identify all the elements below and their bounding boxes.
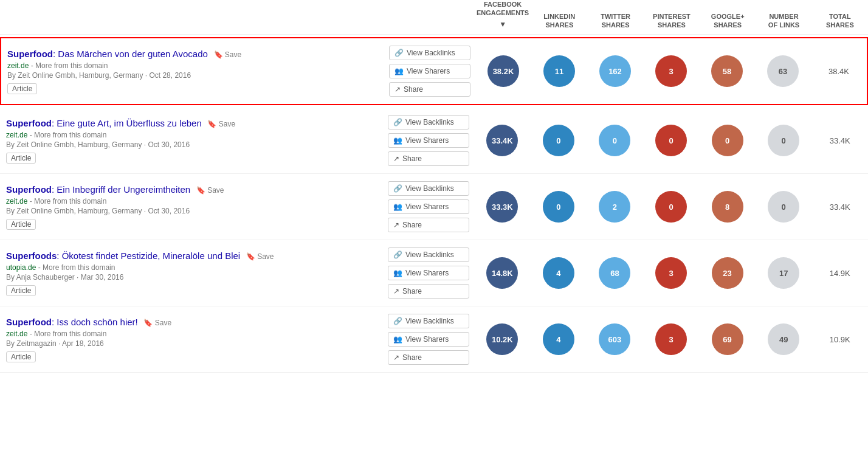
save-link-4[interactable]: 🔖 Save [246,252,274,261]
stat-col-total-3: 33.4K [811,202,868,212]
view-sharers-label: View Sharers [407,67,450,75]
share-icon-4: ↗ [393,287,399,295]
meta-line-1: By Zeit Online Gmbh, Hamburg, Germany · … [7,71,378,80]
article-badge-4: Article [6,285,36,296]
domain-line-3: zeit.de - More from this domain [6,197,377,206]
share-icon-3: ↗ [393,221,399,229]
domain-link-2[interactable]: zeit.de [6,131,27,139]
save-link-1[interactable]: 🔖 Save [214,50,242,59]
meta-line-5: By Zeitmagazin · Apr 18, 2016 [6,339,377,348]
sharers-icon-3: 👥 [393,202,402,211]
circle-linkedin-1: 11 [543,55,575,87]
result-bold-4: Superfoods [6,251,57,261]
view-backlinks-btn-2[interactable]: 🔗 View Backlinks [388,115,469,130]
domain-link-1[interactable]: zeit.de [7,61,29,70]
view-backlinks-label: View Backlinks [405,184,454,193]
domain-line-1: zeit.de - More from this domain [7,61,378,70]
share-icon-5: ↗ [393,353,399,362]
sharers-icon-5: 👥 [393,335,402,344]
circle-numlinks-3: 0 [768,191,799,223]
stat-col-pinterest-2: 0 [643,125,700,156]
result-link-2[interactable]: Superfood: Eine gute Art, im Überfluss z… [6,119,204,128]
domain-link-4[interactable]: utopia.de [6,263,36,272]
domain-sep-1: - [31,61,35,70]
article-badge-2: Article [6,153,36,164]
share-btn-1[interactable]: ↗ Share [389,82,470,97]
header-col-twitter: TWITTERSHARES [587,12,643,30]
view-backlinks-label: View Backlinks [407,49,455,57]
share-label: Share [402,353,422,362]
stat-col-numlinks-2: 0 [756,125,812,156]
circle-facebook-4: 14.8K [486,257,518,289]
share-btn-2[interactable]: ↗ Share [388,151,469,166]
article-badge-5: Article [6,351,36,362]
result-row-2: Superfood: Eine gute Art, im Überfluss z… [0,108,868,174]
view-backlinks-btn-3[interactable]: 🔗 View Backlinks [388,181,469,196]
domain-sep-2: - [30,131,34,139]
result-link-4[interactable]: Superfoods: Ökotest findet Pestizide, Mi… [6,252,243,261]
save-link-2[interactable]: 🔖 Save [207,120,235,128]
result-actions-5: 🔗 View Backlinks 👥 View Sharers ↗ Share [383,314,474,365]
share-btn-3[interactable]: ↗ Share [388,218,469,232]
results-container: Superfood: Das Märchen von der guten Avo… [0,37,868,373]
view-sharers-btn-3[interactable]: 👥 View Sharers [388,199,469,214]
sort-chevron[interactable]: ▼ [477,20,529,30]
save-link-3[interactable]: 🔖 Save [196,186,224,195]
circle-facebook-1: 38.2K [487,55,519,87]
result-row-5: Superfood: Iss doch schön hier! 🔖 Save z… [0,306,868,373]
result-title-rest-3: : Ein Inbegriff der Ungereimtheiten [52,184,190,195]
result-left-3: Superfood: Ein Inbegriff der Ungereimthe… [0,184,383,230]
view-sharers-label: View Sharers [405,136,449,145]
circle-pinterest-2: 0 [655,125,687,156]
header-columns: FACEBOOKENGAGEMENTS▼LINKEDINSHARESTWITTE… [474,0,868,29]
stat-col-total-1: 38.4K [811,67,867,76]
stat-col-twitter-3: 2 [587,191,643,223]
view-backlinks-btn-1[interactable]: 🔗 View Backlinks [389,46,470,60]
circle-numlinks-4: 17 [768,257,799,289]
result-left-1: Superfood: Das Märchen von der guten Avo… [1,49,384,94]
stat-col-facebook-2: 33.4K [474,125,531,156]
view-sharers-btn-5[interactable]: 👥 View Sharers [388,332,469,347]
header-col-pinterest: PINTERESTSHARES [644,12,700,30]
circle-linkedin-5: 4 [543,323,574,355]
total-val-3: 33.4K [830,202,850,212]
stat-col-googleplus-5: 69 [699,323,756,355]
domain-link-5[interactable]: zeit.de [6,330,27,338]
circle-linkedin-4: 4 [543,257,574,289]
share-btn-5[interactable]: ↗ Share [388,350,469,365]
backlinks-icon-2: 🔗 [393,118,402,126]
save-link-5[interactable]: 🔖 Save [143,319,171,327]
stat-col-total-5: 10.9K [811,335,868,344]
view-backlinks-label: View Backlinks [405,251,454,259]
domain-sep-4: - [38,263,43,272]
stat-col-twitter-4: 68 [587,257,643,289]
share-btn-4[interactable]: ↗ Share [388,284,469,299]
stat-col-googleplus-3: 8 [699,191,756,223]
domain-link-3[interactable]: zeit.de [6,197,27,206]
view-backlinks-btn-5[interactable]: 🔗 View Backlinks [388,314,469,328]
result-title-1: Superfood: Das Märchen von der guten Avo… [7,49,378,59]
result-title-4: Superfoods: Ökotest findet Pestizide, Mi… [6,251,377,261]
share-label: Share [404,85,423,94]
stat-col-numlinks-3: 0 [756,191,812,223]
view-sharers-btn-2[interactable]: 👥 View Sharers [388,133,469,148]
view-sharers-btn-1[interactable]: 👥 View Sharers [389,64,470,78]
header-col-facebook: FACEBOOKENGAGEMENTS▼ [474,0,531,29]
circle-googleplus-1: 58 [711,55,743,87]
result-row-3: Superfood: Ein Inbegriff der Ungereimthe… [0,174,868,240]
stat-col-twitter-2: 0 [587,125,643,156]
stat-col-linkedin-4: 4 [531,257,587,289]
sharers-icon-4: 👥 [393,269,402,277]
stat-col-linkedin-5: 4 [531,323,587,355]
result-link-5[interactable]: Superfood: Iss doch schön hier! [6,318,140,327]
result-link-1[interactable]: Superfood: Das Märchen von der guten Avo… [7,50,210,59]
result-link-3[interactable]: Superfood: Ein Inbegriff der Ungereimthe… [6,185,193,195]
result-title-3: Superfood: Ein Inbegriff der Ungereimthe… [6,184,377,195]
circle-numlinks-1: 63 [767,55,799,87]
meta-line-2: By Zeit Online Gmbh, Hamburg, Germany · … [6,140,377,149]
view-backlinks-btn-4[interactable]: 🔗 View Backlinks [388,247,469,262]
circle-pinterest-5: 3 [655,323,687,355]
view-sharers-btn-4[interactable]: 👥 View Sharers [388,266,469,280]
result-bold-3: Superfood [6,184,52,195]
stat-col-facebook-3: 33.3K [474,191,531,223]
